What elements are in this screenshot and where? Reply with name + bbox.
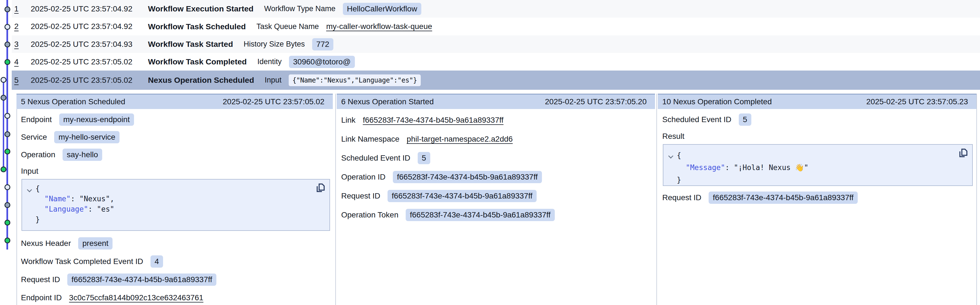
event-name: Workflow Execution Started bbox=[148, 4, 253, 13]
workflow-history-view: 1 2025-02-25 UTC 23:57:04.92 Workflow Ex… bbox=[0, 0, 980, 305]
event-time: 2025-02-25 UTC 23:57:05.02 bbox=[31, 57, 139, 66]
event-id-link[interactable]: 3 bbox=[14, 40, 31, 49]
field-endpoint: Endpoint my-nexus-endpoint bbox=[21, 111, 333, 128]
field-request-id: Request ID f665283f-743e-4374-b45b-9a61a… bbox=[341, 186, 655, 205]
event-time: 2025-02-25 UTC 23:57:04.92 bbox=[31, 5, 139, 13]
event-attr-value-badge: 772 bbox=[312, 38, 334, 51]
code-line: "Message": "¡Hola! Nexus 👋" bbox=[663, 161, 972, 174]
code-line: } bbox=[663, 174, 972, 186]
event-time: 2025-02-25 UTC 23:57:04.93 bbox=[31, 40, 139, 49]
service-badge: my-hello-service bbox=[54, 131, 119, 143]
operation-id-badge: f665283f-743e-4374-b45b-9a61a89337ff bbox=[393, 171, 542, 183]
code-line: } bbox=[22, 214, 329, 225]
event-attr-label: Workflow Type Name bbox=[264, 5, 336, 13]
event-name: Workflow Task Scheduled bbox=[148, 22, 246, 31]
copy-icon[interactable] bbox=[958, 148, 968, 158]
field-nexus-header: Nexus Header present bbox=[21, 234, 333, 252]
panel-nexus-operation-scheduled: 5 Nexus Operation Scheduled 2025-02-25 U… bbox=[16, 94, 333, 305]
code-line: { bbox=[22, 183, 329, 194]
event-attr-value-badge: 30960@totoro@ bbox=[289, 56, 355, 68]
field-request-id: Request ID f665283f-743e-4374-b45b-9a61a… bbox=[21, 270, 333, 289]
event-attr-value-json: {"Name":"Nexus","Language":"es"} bbox=[289, 74, 420, 86]
event-time: 2025-02-25 UTC 23:57:05.02 bbox=[31, 76, 139, 85]
input-json-viewer: { "Name": "Nexus", "Language": "es" } bbox=[22, 179, 330, 231]
timeline-main-line bbox=[6, 0, 8, 250]
event-name: Workflow Task Completed bbox=[148, 57, 247, 66]
event-id-link[interactable]: 5 bbox=[14, 76, 31, 85]
task-queue-link[interactable]: my-caller-workflow-task-queue bbox=[326, 22, 432, 31]
field-service: Service my-hello-service bbox=[21, 128, 333, 146]
event-dot-gray bbox=[5, 131, 10, 137]
request-id-badge: f665283f-743e-4374-b45b-9a61a89337ff bbox=[67, 273, 216, 286]
panel-time: 2025-02-25 UTC 23:57:05.20 bbox=[545, 97, 647, 106]
input-label: Input bbox=[21, 163, 333, 179]
event-dot-gray bbox=[0, 95, 6, 101]
event-dot-light bbox=[5, 184, 10, 190]
request-id-badge: f665283f-743e-4374-b45b-9a61a89337ff bbox=[709, 191, 858, 204]
field-wft-completed-event-id: Workflow Task Completed Event ID 4 bbox=[21, 252, 333, 270]
nexus-header-badge: present bbox=[78, 237, 113, 250]
timeline-branch-line bbox=[3, 80, 4, 169]
event-dot-light bbox=[5, 24, 10, 30]
event-attr-label: Task Queue Name bbox=[256, 22, 319, 31]
event-dot-gray bbox=[5, 6, 10, 12]
endpoint-badge: my-nexus-endpoint bbox=[59, 114, 134, 126]
link-namespace-link[interactable]: phil-target-namespace2.a2dd6 bbox=[407, 135, 513, 144]
wft-completed-badge: 4 bbox=[151, 255, 163, 268]
event-history-graph bbox=[0, 0, 12, 305]
panel-time: 2025-02-25 UTC 23:57:05.23 bbox=[866, 97, 968, 106]
request-id-badge: f665283f-743e-4374-b45b-9a61a89337ff bbox=[388, 190, 537, 202]
code-line: "Language": "es" bbox=[22, 204, 329, 214]
field-request-id: Request ID f665283f-743e-4374-b45b-9a61a… bbox=[662, 189, 976, 207]
event-id-link[interactable]: 1 bbox=[14, 5, 31, 13]
event-id-link[interactable]: 4 bbox=[14, 57, 31, 66]
field-endpoint-id: Endpoint ID 3c0c75ccfa8144b092c13ce63246… bbox=[21, 289, 333, 305]
panel-header: 6 Nexus Operation Started 2025-02-25 UTC… bbox=[337, 95, 655, 109]
event-row-3[interactable]: 3 2025-02-25 UTC 23:57:04.93 Workflow Ta… bbox=[12, 35, 980, 53]
panel-right-border bbox=[976, 94, 977, 305]
endpoint-id-link[interactable]: 3c0c75ccfa8144b092c13ce632463761 bbox=[69, 293, 203, 302]
field-operation-id: Operation ID f665283f-743e-4374-b45b-9a6… bbox=[341, 168, 655, 186]
event-dot-light bbox=[5, 113, 10, 119]
result-label: Result bbox=[662, 128, 976, 144]
code-line: { bbox=[663, 149, 972, 161]
event-row-1[interactable]: 1 2025-02-25 UTC 23:57:04.92 Workflow Ex… bbox=[12, 0, 980, 17]
event-dot-green bbox=[0, 166, 6, 172]
panel-divider-2 bbox=[656, 94, 657, 305]
panel-divider-1 bbox=[335, 94, 336, 305]
panel-header: 5 Nexus Operation Scheduled 2025-02-25 U… bbox=[16, 95, 333, 109]
field-operation-token: Operation Token f665283f-743e-4374-b45b-… bbox=[341, 205, 655, 224]
event-attr-label: Identity bbox=[258, 57, 282, 66]
field-link: Link f665283f-743e-4374-b45b-9a61a89337f… bbox=[341, 111, 655, 130]
event-id-link[interactable]: 2 bbox=[14, 22, 31, 31]
panel-nexus-operation-started: 6 Nexus Operation Started 2025-02-25 UTC… bbox=[337, 94, 655, 305]
field-scheduled-event-id: Scheduled Event ID 5 bbox=[662, 111, 976, 128]
event-attr-label: Input bbox=[265, 76, 282, 84]
event-dot-light bbox=[0, 77, 6, 83]
operation-token-badge: f665283f-743e-4374-b45b-9a61a89337ff bbox=[406, 209, 555, 221]
event-row-5-selected[interactable]: 5 2025-02-25 UTC 23:57:05.02 Nexus Opera… bbox=[12, 71, 980, 90]
operation-badge: say-hello bbox=[62, 149, 102, 161]
event-dot-gray bbox=[5, 202, 10, 208]
panel-time: 2025-02-25 UTC 23:57:05.02 bbox=[223, 97, 325, 106]
event-dot-green bbox=[5, 237, 10, 243]
panel-title: 5 Nexus Operation Scheduled bbox=[21, 97, 126, 106]
event-dot-green bbox=[5, 149, 10, 155]
copy-icon[interactable] bbox=[315, 183, 325, 193]
event-row-2[interactable]: 2 2025-02-25 UTC 23:57:04.92 Workflow Ta… bbox=[12, 17, 980, 35]
link-link[interactable]: f665283f-743e-4374-b45b-9a61a89337ff bbox=[363, 116, 503, 125]
field-scheduled-event-id: Scheduled Event ID 5 bbox=[341, 149, 655, 168]
panel-title: 10 Nexus Operation Completed bbox=[662, 97, 772, 106]
event-attr-label: History Size Bytes bbox=[244, 40, 305, 49]
event-time: 2025-02-25 UTC 23:57:04.92 bbox=[31, 22, 139, 31]
result-json-viewer: { "Message": "¡Hola! Nexus 👋" } bbox=[663, 144, 973, 186]
code-line: "Name": "Nexus", bbox=[22, 194, 329, 204]
scheduled-event-id-badge: 5 bbox=[739, 114, 752, 126]
field-operation: Operation say-hello bbox=[21, 146, 333, 163]
panel-title: 6 Nexus Operation Started bbox=[341, 97, 434, 106]
event-dot-green bbox=[5, 59, 10, 65]
event-name: Nexus Operation Scheduled bbox=[148, 76, 254, 85]
event-row-4[interactable]: 4 2025-02-25 UTC 23:57:05.02 Workflow Ta… bbox=[12, 53, 980, 71]
event-name: Workflow Task Started bbox=[148, 40, 233, 49]
event-attr-value-badge: HelloCallerWorkflow bbox=[343, 3, 422, 15]
